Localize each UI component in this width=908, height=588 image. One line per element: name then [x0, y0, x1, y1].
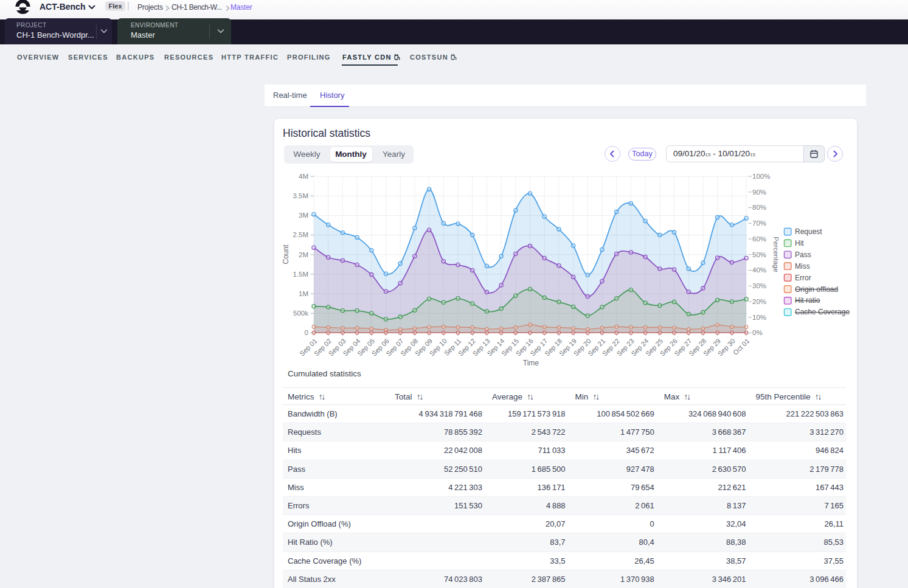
svg-text:60%: 60% — [752, 235, 766, 243]
svg-text:Oct 01: Oct 01 — [732, 337, 750, 356]
svg-text:0: 0 — [305, 329, 308, 336]
svg-text:Request: Request — [795, 227, 822, 236]
svg-text:Percentage: Percentage — [772, 237, 780, 272]
svg-text:70%: 70% — [752, 220, 766, 227]
svg-text:100%: 100% — [752, 173, 770, 180]
svg-text:20%: 20% — [752, 298, 766, 305]
svg-text:10%: 10% — [752, 314, 766, 321]
svg-text:Hit: Hit — [795, 239, 804, 247]
svg-text:3M: 3M — [299, 212, 308, 219]
svg-text:0%: 0% — [752, 329, 763, 336]
svg-text:Cache Coverage: Cache Coverage — [795, 308, 850, 316]
svg-text:Error: Error — [795, 274, 811, 282]
svg-text:1.5M: 1.5M — [293, 271, 308, 278]
svg-text:2.5M: 2.5M — [293, 231, 308, 238]
svg-text:1M: 1M — [299, 290, 308, 297]
svg-text:Miss: Miss — [795, 262, 810, 271]
svg-text:80%: 80% — [752, 204, 766, 211]
svg-text:30%: 30% — [752, 282, 766, 289]
svg-text:Origin offload: Origin offload — [795, 285, 838, 294]
svg-text:Pass: Pass — [795, 251, 811, 259]
svg-text:Count: Count — [282, 244, 290, 265]
svg-text:2M: 2M — [299, 251, 308, 258]
svg-text:4M: 4M — [299, 173, 308, 180]
svg-text:50%: 50% — [752, 251, 766, 258]
svg-text:90%: 90% — [752, 189, 766, 196]
svg-text:Time: Time — [523, 359, 539, 367]
svg-text:Hit ratio: Hit ratio — [795, 296, 820, 305]
svg-text:40%: 40% — [752, 266, 766, 274]
svg-text:3.5M: 3.5M — [293, 192, 308, 199]
svg-text:500k: 500k — [293, 310, 308, 317]
